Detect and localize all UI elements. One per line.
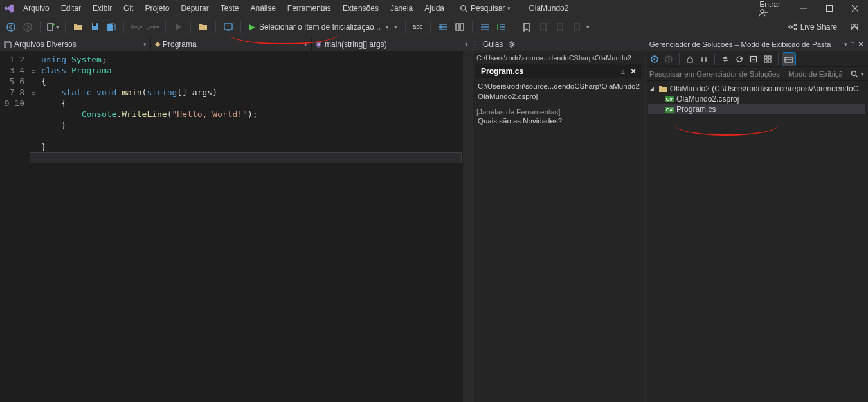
tree-program-label: Program.cs [676,105,716,114]
save-button[interactable] [87,20,102,34]
sol-sync-icon[interactable] [719,53,732,66]
menu-ajuda[interactable]: Ajuda [419,1,449,15]
svg-rect-43 [764,60,767,62]
svg-rect-45 [785,57,793,62]
bookmark-clear-icon[interactable] [570,20,584,34]
sol-showall-icon[interactable] [761,53,774,66]
guias-whatsnew[interactable]: Quais são as Novidades? [476,116,641,126]
chevron-down-icon: ▾ [394,24,397,30]
sol-collapse-icon[interactable] [747,53,760,66]
menu-exibir[interactable]: Exibir [87,1,117,15]
solution-explorer-title: Gerenciador de Soluções – Modo de Exibiç… [649,41,831,48]
folder-icon [658,86,667,93]
pin-icon[interactable]: ⟂ [621,68,625,75]
sol-home-icon[interactable] [683,53,696,66]
guias-csproj[interactable]: OlaMundo2.csproj [476,91,641,102]
start-debug-button[interactable] [171,20,185,34]
live-share-button[interactable]: Live Share [788,23,864,32]
play-icon: ▶ [249,22,255,32]
expander-open-icon[interactable]: ◢ [649,86,656,92]
window-close-button[interactable] [846,2,864,15]
solution-platforms-icon[interactable] [221,20,235,34]
menu-editar[interactable]: Editar [56,1,86,15]
solution-config-icon[interactable] [196,20,210,34]
chevron-down-icon[interactable]: ▾ [844,41,847,48]
svg-rect-20 [456,24,459,30]
menu-janela[interactable]: Janela [385,1,418,15]
close-icon[interactable]: ✕ [858,40,864,49]
open-file-button[interactable] [71,20,85,34]
editor-breadcrumb: Arquivos Diversos ▾ ◆ Programa ▾ ◉ main(… [0,37,472,51]
menu-teste[interactable]: Teste [215,1,244,15]
chevron-down-icon: ▾ [507,5,511,12]
svg-point-33 [855,24,858,27]
svg-point-10 [24,23,32,31]
gear-icon[interactable] [508,41,516,48]
solution-search[interactable]: Pesquisar em Gerenciador de Soluções – M… [646,67,868,81]
undo-button[interactable]: ▾ [129,20,143,34]
misc-files-icon [4,41,12,48]
menu-analise[interactable]: Análise [245,1,280,15]
current-line-highlight [30,152,462,163]
indent-left-icon[interactable] [436,20,450,34]
guias-mid-path[interactable]: C:\Users\rodri\source...dendoCSharp\OlaM… [476,81,641,91]
word-wrap-icon[interactable] [453,20,467,34]
menu-depurar[interactable]: Depurar [176,1,213,15]
sign-in-button[interactable]: Entrar [755,0,787,18]
svg-line-1 [465,10,467,12]
svg-point-2 [761,10,764,13]
svg-rect-42 [768,56,771,59]
toolbar-overflow-icon[interactable]: ▾ [586,24,590,30]
tree-csproj[interactable]: C# OlaMundo2.csproj [648,94,865,104]
title-search[interactable]: Pesquisar ▾ [456,3,514,14]
nav-forward-button[interactable] [21,20,35,34]
window-minimize-button[interactable] [795,2,813,15]
crumb-file[interactable]: Arquivos Diversos ▾ [0,37,151,51]
find-icon[interactable]: abc [411,20,425,34]
close-icon[interactable]: ✕ [630,67,637,76]
tree-root[interactable]: ◢ OlaMundo2 (C:\Users\rodri\source\repos… [648,84,865,94]
nav-back-button[interactable] [4,20,18,34]
bookmark-prev-icon[interactable] [536,20,550,34]
svg-rect-21 [460,24,464,30]
drag-handle-icon[interactable]: ⋮⋮ [476,40,480,49]
sol-switch-view-icon[interactable] [698,53,710,66]
pin-icon[interactable]: ⊓ [850,41,855,48]
menu-arquivo[interactable]: Arquivo [18,1,55,15]
main-menu: Arquivo Editar Exibir Git Projeto Depura… [18,1,449,15]
redo-button[interactable]: ▾ [146,20,160,34]
class-icon: ◆ [155,40,160,48]
menu-extensoes[interactable]: Extensões [338,1,384,15]
menu-projeto[interactable]: Projeto [140,1,174,15]
sol-nav-back-icon[interactable] [648,53,661,66]
feedback-icon[interactable] [850,23,859,32]
uncomment-icon[interactable] [494,20,509,34]
tree-program[interactable]: C# Program.cs [648,104,865,114]
chevron-down-icon[interactable]: ▾ [861,71,864,77]
new-item-button[interactable]: ▾ [46,20,60,34]
solution-toolbar [646,51,868,67]
sol-nav-fwd-icon[interactable] [662,53,675,66]
search-icon [460,5,468,13]
menu-git[interactable]: Git [118,1,138,15]
sol-folder-view-icon[interactable] [782,53,795,66]
crumb-class[interactable]: ◆ Programa ▾ [151,37,312,51]
comment-icon[interactable] [478,20,492,34]
menu-ferramentas[interactable]: Ferramentas [282,1,336,15]
svg-point-32 [851,24,854,27]
csproj-badge-icon: C# [665,96,674,102]
svg-rect-11 [48,24,53,30]
bookmark-icon[interactable] [520,20,534,34]
vs-logo-icon [4,3,15,14]
editor-scrollbar[interactable] [463,51,472,402]
code-content[interactable]: using System; class Programa { static vo… [37,51,463,402]
crumb-member[interactable]: ◉ main(string[] args) ▾ [312,37,472,51]
window-maximize-button[interactable] [820,2,838,15]
save-all-button[interactable] [104,20,118,34]
code-area[interactable]: 1 2 3 4 5 6 7 8 9 10 ⊟ ⊟ using System; c… [0,51,472,402]
bookmark-next-icon[interactable] [553,20,567,34]
sol-refresh-icon[interactable] [733,53,746,66]
fold-column[interactable]: ⊟ ⊟ [30,51,37,402]
guias-active-tab[interactable]: Program.cs ⟂ ✕ [476,64,641,78]
startup-item-selector[interactable]: ▶ Selecionar o Item de Inicialização... … [246,22,400,32]
